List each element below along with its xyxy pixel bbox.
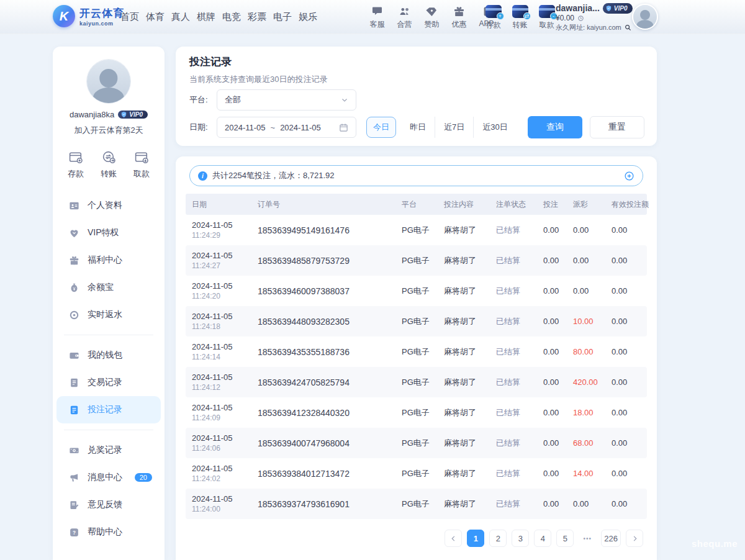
status-badge: 已结算 (490, 316, 537, 327)
info-icon: i (198, 171, 207, 181)
nav-item-home[interactable]: 首页 (120, 11, 139, 23)
pagination-ellipsis[interactable]: ••• (579, 530, 596, 547)
deposit-icon: + (485, 5, 502, 18)
feedback-icon (69, 500, 79, 510)
brand-logo-icon: K (53, 5, 75, 27)
profile-avatar[interactable] (86, 59, 131, 104)
reset-button[interactable]: 重置 (590, 116, 644, 138)
nav-item-sports[interactable]: 体育 (146, 11, 165, 23)
magnifier-icon[interactable] (625, 24, 631, 31)
pagination-next-button[interactable] (626, 530, 643, 547)
sidebar-item-feedback[interactable]: 意见反馈 (53, 491, 165, 518)
sidebar-item-redeem[interactable]: 兑奖记录 (53, 436, 165, 464)
table-header-row: 日期 订单号 平台 投注内容 注单状态 投注 派彩 有效投注额 (186, 194, 647, 215)
date-separator: ~ (271, 123, 276, 132)
calendar-icon (339, 123, 348, 132)
table-row: 2024-11-0511:24:14 1853639435355188736 P… (186, 336, 647, 367)
status-badge: 已结算 (490, 438, 537, 449)
page-title: 投注记录 (189, 55, 232, 69)
watermark: shequ.me (692, 538, 738, 549)
col-bet: 投注 (537, 199, 567, 210)
header-user-block[interactable]: dawanjia... VIP0 ¥0.00 永久网址: kaiyun.com (556, 3, 633, 32)
chevron-down-icon (341, 96, 348, 104)
transfer-icon: ⇄ (512, 5, 528, 18)
welfare-icon (69, 255, 79, 266)
sidebar-item-bet-records[interactable]: 投注记录 (56, 396, 161, 423)
pagination-page-2[interactable]: 2 (489, 530, 507, 547)
page-subtitle: 当前系统支持查询最近30日的投注记录 (189, 74, 327, 85)
table-row: 2024-11-0511:24:18 1853639448093282305 P… (186, 306, 647, 336)
balance-amount: ¥0.00 (556, 14, 574, 23)
sidebar-vip-badge: VIP0 (118, 111, 148, 119)
summary-text: 共计2254笔投注，流水：8,721.92 (212, 170, 335, 181)
col-platform: 平台 (395, 199, 438, 210)
permanent-url: kaiyun.com (587, 24, 621, 31)
sidebar-item-vip[interactable]: VIP特权 (53, 219, 165, 246)
plus-circle-icon[interactable] (624, 171, 634, 181)
platform-selected-value: 全部 (225, 94, 241, 106)
nav-item-cards[interactable]: 棋牌 (197, 11, 215, 23)
refresh-balance-icon[interactable] (577, 15, 584, 22)
sidebar-item-messages[interactable]: 消息中心 20 (53, 464, 165, 491)
nav-item-lottery[interactable]: 彩票 (248, 11, 266, 23)
date-label: 日期: (189, 122, 217, 133)
quick-date-today[interactable]: 今日 (366, 117, 396, 138)
pagination-page-5[interactable]: 5 (556, 530, 574, 547)
pagination-page-3[interactable]: 3 (512, 530, 529, 547)
bet-records-icon (69, 405, 79, 415)
quicklink-promo[interactable]: 优惠 (449, 5, 469, 30)
nav-item-entertainment[interactable]: 娱乐 (299, 11, 317, 23)
sponsor-icon (426, 5, 438, 17)
status-badge: 已结算 (490, 499, 537, 510)
permanent-url-label: 永久网址: (556, 24, 585, 31)
pagination-page-4[interactable]: 4 (534, 530, 551, 547)
sidebar-item-welfare[interactable]: 福利中心 (53, 246, 165, 274)
redeem-icon (69, 445, 79, 456)
quicklink-customer-service[interactable]: 客服 (368, 5, 387, 30)
nav-item-live[interactable]: 真人 (171, 11, 190, 23)
col-payout: 派彩 (567, 199, 605, 210)
quick-date-yesterday[interactable]: 昨日 (401, 117, 435, 138)
status-badge: 已结算 (490, 225, 537, 236)
pagination-page-1[interactable]: 1 (467, 530, 484, 547)
sidebar-item-transactions[interactable]: 交易记录 (53, 369, 165, 396)
help-icon: ? (69, 527, 79, 538)
sidebar-item-profile[interactable]: 个人资料 (53, 192, 165, 219)
partner-icon (399, 5, 411, 17)
nav-item-esports[interactable]: 电竞 (222, 11, 241, 23)
sidebar-item-wallet[interactable]: 我的钱包 (53, 341, 165, 369)
date-range-input[interactable]: 2024-11-05 ~ 2024-11-05 (217, 117, 356, 138)
pagination-page-last[interactable]: 226 (601, 530, 621, 547)
vip-icon (69, 228, 79, 238)
platform-select[interactable]: 全部 (217, 89, 356, 111)
search-button[interactable]: 查询 (528, 116, 582, 138)
quick-date-30days[interactable]: 近30日 (473, 117, 516, 138)
quicklink-partner[interactable]: 合营 (395, 5, 414, 30)
summary-bar: i 共计2254笔投注，流水：8,721.92 (189, 165, 643, 186)
sidebar-item-help[interactable]: ? 帮助中心 (53, 518, 165, 546)
messages-icon (69, 472, 79, 483)
nav-item-slots[interactable]: 电子 (273, 11, 292, 23)
withdraw-icon (134, 150, 150, 165)
quick-date-7days[interactable]: 近7日 (435, 117, 473, 138)
svg-text:?: ? (73, 530, 76, 535)
platform-label: 平台: (189, 94, 217, 106)
sidebar-username: dawanjia8ka (70, 110, 114, 119)
sidebar-transfer-button[interactable]: 转账 (101, 150, 117, 179)
pagination-prev-button[interactable] (445, 530, 462, 547)
quicklink-sponsor[interactable]: 赞助 (422, 5, 441, 30)
sidebar-item-yuebao[interactable]: 余额宝 (53, 274, 165, 301)
status-badge: 已结算 (490, 468, 537, 479)
main-nav: 首页 体育 真人 棋牌 电竞 彩票 电子 娱乐 (120, 0, 317, 34)
header-withdraw-button[interactable]: - 取款 (537, 5, 556, 30)
header-transfer-button[interactable]: ⇄ 转账 (510, 5, 530, 30)
sidebar-withdraw-button[interactable]: 取款 (133, 150, 150, 179)
sidebar-deposit-button[interactable]: 存款 (68, 150, 84, 179)
col-order: 订单号 (251, 199, 395, 210)
user-avatar[interactable] (632, 4, 658, 30)
transfer-icon (101, 150, 117, 165)
header-deposit-button[interactable]: + 存款 (484, 5, 503, 30)
brand-logo[interactable]: K 开云体育 kaiyun.com (53, 5, 124, 27)
sidebar-item-rebate[interactable]: 实时返水 (53, 301, 165, 328)
col-content: 投注内容 (438, 199, 490, 210)
